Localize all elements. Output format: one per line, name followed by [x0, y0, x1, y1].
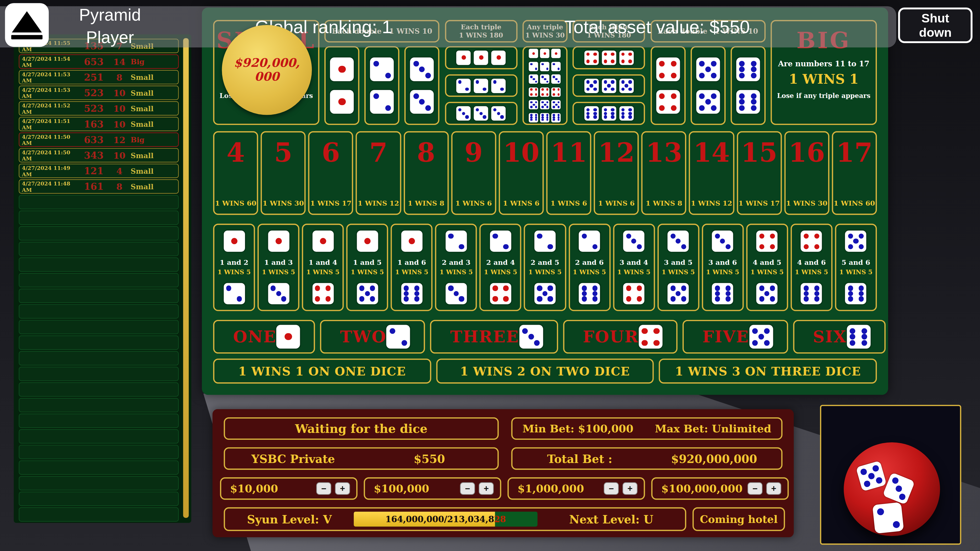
chip-plus-button[interactable]: +	[622, 483, 638, 495]
bet-double-4[interactable]	[651, 46, 686, 125]
bet-double-2[interactable]	[365, 46, 400, 125]
bet-any-triple[interactable]	[522, 46, 567, 125]
shutdown-button[interactable]: Shut down	[898, 7, 972, 43]
total-odds: 1 WINS 6	[455, 199, 492, 207]
bet-total-17[interactable]: 171 WINS 60	[832, 131, 877, 215]
bet-combo-2-4[interactable]: 2 and 41 WINS 5	[479, 224, 522, 311]
chip-amount: $10,000	[230, 483, 312, 495]
history-result: Small	[130, 89, 178, 97]
history-total: 10	[108, 150, 130, 160]
bet-double-1[interactable]	[325, 46, 360, 125]
die-5	[529, 100, 538, 110]
bet-total-14[interactable]: 141 WINS 12	[689, 131, 734, 215]
die-6	[736, 57, 760, 81]
combo-label: 3 and 6	[706, 259, 739, 268]
bet-combo-3-4[interactable]: 3 and 41 WINS 5	[613, 224, 655, 311]
bet-triple-1[interactable]	[445, 46, 517, 69]
chip-minus-button[interactable]: −	[316, 483, 331, 495]
bet-triple-4[interactable]	[573, 46, 645, 69]
bet-total-11[interactable]: 111 WINS 6	[546, 131, 591, 215]
bet-single-four[interactable]: FOUR	[563, 320, 678, 354]
bet-total-12[interactable]: 121 WINS 6	[594, 131, 639, 215]
pyramid-logo-icon	[5, 3, 49, 47]
die-4	[639, 325, 662, 348]
bet-combo-3-6[interactable]: 3 and 61 WINS 5	[702, 224, 743, 311]
bet-combo-1-4[interactable]: 1 and 41 WINS 5	[302, 224, 344, 311]
bet-triple-6[interactable]	[573, 102, 645, 125]
bet-combo-2-5[interactable]: 2 and 51 WINS 5	[524, 224, 566, 311]
bet-combo-2-6[interactable]: 2 and 61 WINS 5	[568, 224, 610, 311]
history-result: Small	[130, 167, 178, 175]
die-5	[619, 78, 633, 93]
bet-combo-1-2[interactable]: 1 and 21 WINS 5	[213, 224, 255, 311]
bet-single-five[interactable]: FIVE	[682, 320, 788, 354]
bet-double-6[interactable]	[730, 46, 765, 125]
bet-combo-1-5[interactable]: 1 and 51 WINS 5	[346, 224, 388, 311]
bet-combo-2-3[interactable]: 2 and 31 WINS 5	[435, 224, 477, 311]
bet-triple-5[interactable]	[573, 74, 645, 97]
history-scrollbar[interactable]	[183, 38, 189, 518]
die-1	[529, 49, 538, 59]
bet-single-two[interactable]: TWO	[320, 320, 425, 354]
chip-minus-button[interactable]: −	[460, 483, 475, 495]
history-row-empty	[19, 242, 179, 256]
history-row: 4/27/2024 11:49 AM1214Small	[19, 164, 179, 178]
total-odds: 1 WINS 30	[262, 199, 304, 207]
bet-combo-1-3[interactable]: 1 and 31 WINS 5	[258, 224, 299, 311]
bet-total-5[interactable]: 51 WINS 30	[261, 131, 306, 215]
bet-double-5[interactable]	[690, 46, 725, 125]
chip-select-4[interactable]: $100,000,000−+	[651, 477, 789, 500]
history-total: 12	[108, 135, 130, 144]
chip-plus-button[interactable]: +	[479, 483, 494, 495]
die-5	[602, 78, 616, 93]
bet-combo-4-6[interactable]: 4 and 61 WINS 5	[791, 224, 832, 311]
bet-combo-4-5[interactable]: 4 and 51 WINS 5	[746, 224, 788, 311]
total-number: 4	[227, 140, 245, 166]
bet-total-8[interactable]: 81 WINS 8	[404, 131, 449, 215]
bet-combo-1-6[interactable]: 1 and 61 WINS 5	[391, 224, 433, 311]
bet-total-7[interactable]: 71 WINS 12	[356, 131, 401, 215]
bet-total-9[interactable]: 91 WINS 6	[451, 131, 496, 215]
bet-total-15[interactable]: 151 WINS 17	[737, 131, 782, 215]
history-row: 4/27/2024 11:53 AM2518Small	[19, 70, 179, 84]
bet-combo-5-6[interactable]: 5 and 61 WINS 5	[835, 224, 877, 311]
bet-single-one[interactable]: ONE	[213, 320, 315, 354]
combo-label: 1 and 2	[218, 259, 251, 268]
combo-text: 3 and 61 WINS 5	[706, 259, 739, 276]
bet-triple-2[interactable]	[445, 74, 517, 97]
coming-hotel-button[interactable]: Coming hotel	[692, 507, 785, 531]
bet-total-6[interactable]: 61 WINS 17	[308, 131, 353, 215]
bet-single-three[interactable]: THREE	[430, 320, 558, 354]
chip-minus-button[interactable]: −	[748, 483, 762, 495]
die-1	[491, 51, 506, 65]
max-bet: Max Bet: Unlimited	[655, 422, 771, 435]
chip-select-3[interactable]: $1,000,000−+	[508, 477, 645, 500]
bet-triple-3[interactable]	[445, 102, 517, 125]
die-3	[410, 57, 434, 81]
chip-plus-button[interactable]: +	[335, 483, 350, 495]
history-total: 10	[108, 88, 130, 98]
bet-total-16[interactable]: 161 WINS 30	[784, 131, 829, 215]
bet-total-4[interactable]: 41 WINS 60	[213, 131, 258, 215]
game-status: Waiting for the dice	[224, 417, 499, 440]
history-list: 4/27/2024 11:55 AM1357Small4/27/2024 11:…	[19, 39, 191, 522]
total-number: 5	[274, 140, 293, 166]
bet-single-six[interactable]: SIX	[793, 320, 886, 354]
total-odds: 1 WINS 12	[358, 199, 399, 207]
chip-minus-button[interactable]: −	[604, 483, 619, 495]
history-row-empty	[19, 335, 179, 350]
bet-total-10[interactable]: 101 WINS 6	[499, 131, 544, 215]
bet-double-3[interactable]	[404, 46, 439, 125]
bet-total-13[interactable]: 131 WINS 8	[641, 131, 687, 215]
history-date: 4/27/2024 11:48 AM	[19, 180, 80, 193]
chip-select-1[interactable]: $10,000−+	[220, 477, 358, 500]
bet-combo-3-5[interactable]: 3 and 51 WINS 5	[657, 224, 699, 311]
total-odds: 1 WINS 30	[786, 199, 827, 207]
history-date: 4/27/2024 11:54 AM	[19, 56, 80, 68]
combo-label: 4 and 6	[795, 259, 828, 268]
chip-select-2[interactable]: $100,000−+	[364, 477, 501, 500]
die-5	[535, 283, 555, 304]
history-total: 8	[108, 181, 130, 191]
chip-plus-button[interactable]: +	[766, 483, 781, 495]
die-4	[801, 230, 822, 252]
